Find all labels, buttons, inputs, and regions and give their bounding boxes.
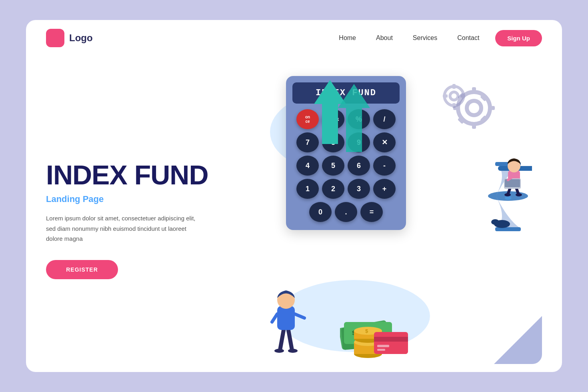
svg-text:$: $: [365, 328, 368, 334]
svg-point-37: [288, 349, 298, 353]
main-card: Logo Home About Services Contact Sign Up…: [26, 20, 562, 372]
logo-text: Logo: [69, 32, 93, 44]
hero-description: Lorem ipsum dolor sit amet, consectetuer…: [46, 213, 218, 244]
nav-contact[interactable]: Contact: [457, 34, 479, 42]
calc-equals[interactable]: =: [360, 202, 383, 222]
calc-3[interactable]: 3: [348, 179, 370, 199]
calc-row-5: 0 . =: [292, 202, 400, 222]
navbar: Logo Home About Services Contact Sign Up: [26, 20, 562, 56]
register-button[interactable]: REGISTER: [46, 260, 118, 279]
signup-button[interactable]: Sign Up: [495, 30, 542, 46]
growth-arrows: [302, 72, 382, 160]
left-panel: INDEX FUND Landing Page Lorem ipsum dolo…: [46, 68, 238, 364]
svg-line-35: [288, 328, 292, 350]
svg-marker-0: [314, 80, 346, 144]
hero-title: INDEX FUND: [46, 161, 238, 189]
calc-dot[interactable]: .: [335, 202, 357, 222]
svg-rect-56: [377, 349, 385, 351]
svg-rect-20: [495, 227, 521, 231]
svg-rect-55: [377, 345, 389, 347]
svg-line-40: [295, 314, 304, 318]
calc-1[interactable]: 1: [296, 179, 319, 199]
man-figure: [266, 276, 306, 356]
nav-home[interactable]: Home: [339, 34, 356, 42]
calc-0[interactable]: 0: [309, 202, 332, 222]
hero-subtitle: Landing Page: [46, 194, 238, 204]
svg-point-21: [505, 196, 511, 200]
svg-point-27: [504, 193, 511, 196]
svg-rect-54: [374, 337, 408, 342]
svg-point-13: [450, 92, 458, 100]
svg-point-36: [274, 349, 284, 353]
calc-plus[interactable]: +: [373, 179, 396, 199]
svg-line-41: [272, 314, 277, 322]
svg-point-28: [516, 193, 522, 196]
svg-line-34: [280, 328, 284, 350]
right-panel: INDEX FUND once Back % / 7 8 9: [238, 68, 542, 364]
nav-links: Home About Services Contact: [339, 34, 479, 42]
calc-row-4: 1 2 3 +: [292, 179, 400, 199]
nav-about[interactable]: About: [376, 34, 393, 42]
credit-card: [374, 332, 410, 356]
svg-point-23: [491, 219, 499, 225]
main-content: INDEX FUND Landing Page Lorem ipsum dolo…: [26, 56, 562, 372]
calc-2[interactable]: 2: [322, 179, 344, 199]
purple-corner-decoration: [494, 316, 542, 364]
svg-rect-16: [443, 94, 448, 98]
woman-figure: [468, 108, 532, 236]
svg-rect-4: [472, 87, 476, 94]
svg-rect-17: [460, 94, 465, 98]
logo-icon: [46, 29, 64, 47]
nav-services[interactable]: Services: [413, 34, 437, 42]
svg-rect-38: [277, 306, 295, 330]
svg-rect-15: [452, 103, 456, 108]
svg-marker-1: [338, 84, 370, 152]
logo-area: Logo: [46, 29, 93, 47]
svg-rect-14: [452, 84, 456, 89]
